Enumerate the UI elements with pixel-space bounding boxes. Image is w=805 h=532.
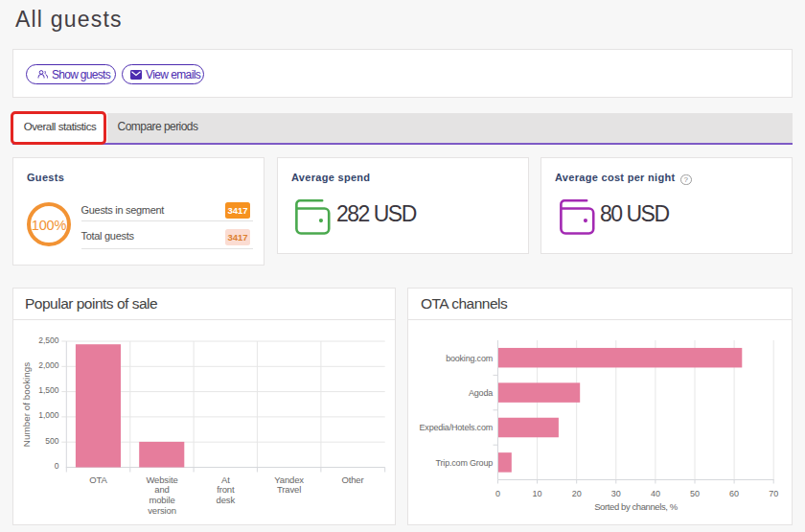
svg-text:Website: Website xyxy=(146,474,177,485)
svg-text:Expedia/Hotels.com: Expedia/Hotels.com xyxy=(420,423,493,432)
svg-text:desk: desk xyxy=(217,495,236,505)
svg-text:Yandex: Yandex xyxy=(274,474,304,485)
svg-text:and: and xyxy=(154,484,169,495)
svg-text:20: 20 xyxy=(572,489,582,498)
svg-text:version: version xyxy=(148,505,176,516)
svg-text:At: At xyxy=(221,474,230,485)
svg-text:2,000: 2,000 xyxy=(38,360,59,370)
svg-text:60: 60 xyxy=(729,489,739,498)
svg-text:front: front xyxy=(217,484,235,495)
svg-text:500: 500 xyxy=(45,436,58,446)
svg-text:Number of bookings: Number of bookings xyxy=(21,362,32,447)
svg-text:booking.com: booking.com xyxy=(446,354,493,363)
svg-text:50: 50 xyxy=(690,489,700,498)
svg-text:30: 30 xyxy=(611,489,621,498)
svg-text:OTA: OTA xyxy=(89,474,107,485)
svg-text:0: 0 xyxy=(495,489,500,498)
svg-text:Agoda: Agoda xyxy=(469,388,493,398)
svg-text:mobile: mobile xyxy=(149,495,174,505)
svg-text:10: 10 xyxy=(533,489,542,498)
svg-text:Sorted by channels, %: Sorted by channels, % xyxy=(594,501,678,512)
svg-text:2,500: 2,500 xyxy=(38,335,59,345)
svg-text:Trip.com Group: Trip.com Group xyxy=(436,458,494,468)
svg-text:0: 0 xyxy=(55,461,59,471)
svg-text:1,500: 1,500 xyxy=(38,385,59,395)
svg-text:1,000: 1,000 xyxy=(38,410,59,420)
svg-text:Other: Other xyxy=(341,474,363,485)
svg-text:40: 40 xyxy=(651,489,660,498)
svg-text:70: 70 xyxy=(769,489,778,498)
svg-text:Travel: Travel xyxy=(277,484,301,495)
